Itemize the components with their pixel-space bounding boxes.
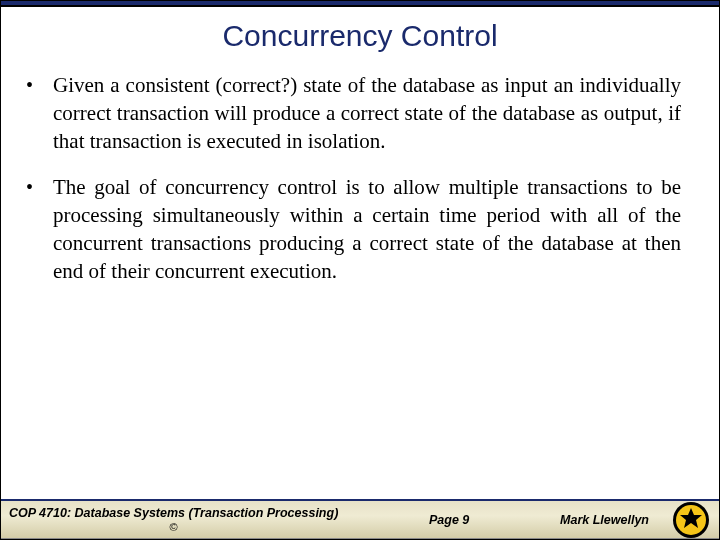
- slide-title: Concurrency Control: [1, 19, 719, 53]
- bullet-marker: •: [23, 71, 53, 99]
- footer-course-text: COP 4710: Database Systems (Transaction …: [9, 506, 338, 520]
- slide: Concurrency Control • Given a consistent…: [0, 0, 720, 540]
- footer-copyright: ©: [9, 520, 338, 534]
- slide-content: • Given a consistent (correct?) state of…: [1, 71, 719, 499]
- footer-page: Page 9: [429, 513, 469, 527]
- footer-author: Mark Llewellyn: [560, 513, 649, 527]
- bullet-item: • The goal of concurrency control is to …: [23, 173, 681, 285]
- slide-footer: COP 4710: Database Systems (Transaction …: [1, 499, 719, 539]
- ucf-logo-icon: [671, 500, 711, 540]
- footer-course: COP 4710: Database Systems (Transaction …: [1, 506, 338, 534]
- bullet-marker: •: [23, 173, 53, 201]
- bullet-item: • Given a consistent (correct?) state of…: [23, 71, 681, 155]
- top-accent-bar: [1, 1, 719, 7]
- bullet-text: Given a consistent (correct?) state of t…: [53, 71, 681, 155]
- bullet-text: The goal of concurrency control is to al…: [53, 173, 681, 285]
